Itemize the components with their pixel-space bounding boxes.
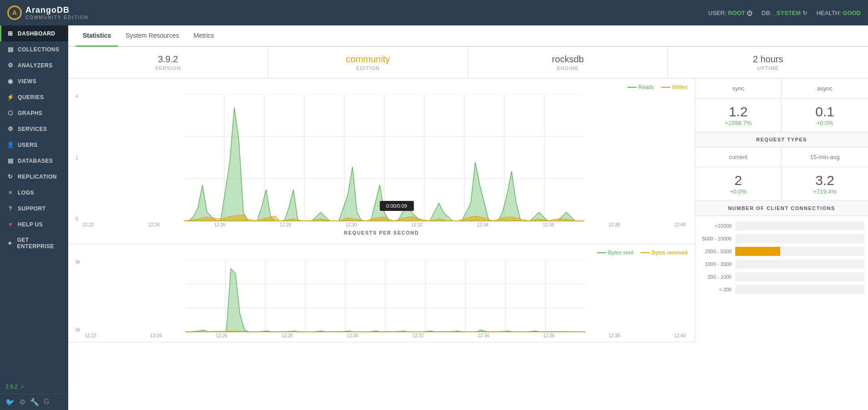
tab-metrics[interactable]: Metrics xyxy=(186,25,221,47)
writes-label: Writes xyxy=(672,84,687,90)
tab-statistics[interactable]: Statistics xyxy=(75,25,118,47)
sidebar-bottom-icons: 🐦 ⚙ 🔧 G xyxy=(0,394,68,410)
settings-icon[interactable]: ⚙ xyxy=(19,398,25,406)
bytes-received-dot xyxy=(641,252,650,253)
y2-label-8k: 8k xyxy=(75,260,80,265)
version-cell: 3.9.2 VERSION xyxy=(68,47,268,78)
databases-icon: ▤ xyxy=(7,157,14,164)
bar-row-lt200: < 200 xyxy=(699,285,864,294)
health-value: GOOD xyxy=(843,10,861,16)
sidebar-item-analyzers[interactable]: ⚙ ANALYZERS xyxy=(0,57,68,73)
x-label-9: 12:40 xyxy=(674,222,686,227)
sidebar-item-support[interactable]: ? SUPPORT xyxy=(0,200,68,216)
tab-system-resources[interactable]: System Resources xyxy=(118,25,186,47)
writes-dot xyxy=(661,87,670,88)
y-label-4: 4 xyxy=(75,94,78,99)
db-label: DB: xyxy=(762,10,772,16)
sidebar-label-helpus: HELP US xyxy=(18,221,43,228)
tx-label-7: 12:36 xyxy=(543,333,555,338)
bytes-sent-label: Bytes sent xyxy=(608,250,633,256)
traffic-svg xyxy=(83,260,687,332)
stats-section: sync async 1.2 +1098.7% 0.1 +0 xyxy=(695,79,868,342)
bar-fill-2000 xyxy=(735,247,780,256)
sync-change: +1098.7% xyxy=(702,120,774,126)
bar-track-1000 xyxy=(735,260,864,269)
bar-label-lt200: < 200 xyxy=(699,287,735,292)
power-icon[interactable]: ⏻ xyxy=(747,10,753,16)
sidebar-item-collections[interactable]: ▤ COLLECTIONS xyxy=(0,41,68,57)
graphs-icon: ⬡ xyxy=(7,110,14,116)
async-value: 0.1 xyxy=(789,104,861,120)
bytes-received-legend: Bytes received xyxy=(641,250,687,256)
db-value[interactable]: _SYSTEM xyxy=(773,10,801,16)
tools-icon[interactable]: 🔧 xyxy=(30,398,39,406)
two-col-layout: Reads Writes 4 2 0 xyxy=(68,79,868,342)
twitter-icon[interactable]: 🐦 xyxy=(5,398,15,406)
requests-chart-wrapper: 4 2 0 xyxy=(75,94,687,227)
user-label: USER: xyxy=(708,10,727,16)
sidebar-item-dashboard[interactable]: ⊞ DASHBOARD xyxy=(0,25,68,41)
analyzers-icon: ⚙ xyxy=(7,62,14,69)
bar-row-5000-10000: 5000 - 10000 xyxy=(699,234,864,243)
db-info: DB: _SYSTEM ↻ xyxy=(762,10,808,16)
sidebar-label-graphs: GRAPHS xyxy=(18,110,42,116)
sidebar-item-users[interactable]: 👤 USERS xyxy=(0,137,68,153)
version-checkmark: ✓ xyxy=(20,384,25,390)
engine-label: ENGINE xyxy=(476,65,661,71)
sidebar-item-graphs[interactable]: ⬡ GRAPHS xyxy=(0,105,68,121)
services-icon: ⚙ xyxy=(7,125,14,132)
bar-label-2000-5000: 2000 - 5000 xyxy=(699,249,735,254)
sidebar-label-views: VIEWS xyxy=(18,78,36,85)
main-content: Statistics System Resources Metrics 3.9.… xyxy=(68,25,868,410)
reads-dot xyxy=(627,87,637,88)
sidebar-item-databases[interactable]: ▤ DATABASES xyxy=(0,153,68,169)
sync-label: sync xyxy=(702,85,774,92)
uptime-label: UPTIME xyxy=(675,65,861,71)
sidebar-item-logs[interactable]: ≡ LOGS xyxy=(0,185,68,200)
x-label-7: 12:36 xyxy=(543,222,554,227)
bar-label-5000-10000: 5000 - 10000 xyxy=(699,236,735,241)
reads-legend: Reads xyxy=(627,84,654,90)
x-label-6: 12:34 xyxy=(477,222,488,227)
edition-display: community xyxy=(276,54,461,65)
x-label-4: 12:30 xyxy=(346,222,357,227)
sidebar-item-services[interactable]: ⚙ SERVICES xyxy=(0,121,68,137)
bar-label-1000-2000: 1000 - 2000 xyxy=(699,261,735,267)
bar-row-200-1000: 200 - 1000 xyxy=(699,272,864,281)
user-value[interactable]: ROOT xyxy=(728,10,745,16)
traffic-chart-container: Bytes sent Bytes received 8k 6k xyxy=(68,244,695,342)
sidebar-label-logs: LOGS xyxy=(18,190,34,196)
users-icon: 👤 xyxy=(7,141,14,148)
traffic-legend: Bytes sent Bytes received xyxy=(75,250,687,256)
layout: ⊞ DASHBOARD ▤ COLLECTIONS ⚙ ANALYZERS ◉ … xyxy=(0,25,868,410)
requests-chart-title: REQUESTS PER SECOND xyxy=(75,227,687,240)
sync-value: 1.2 xyxy=(702,104,774,120)
bar-track-lt200 xyxy=(735,285,864,294)
sidebar-item-helpus[interactable]: ♥ HELP US xyxy=(0,216,68,232)
bar-row-2000-5000: 2000 - 5000 xyxy=(699,247,864,256)
sidebar-item-queries[interactable]: ⚡ QUERIES xyxy=(0,89,68,105)
x-label-1: 12:24 xyxy=(148,222,160,227)
bar-row-10000: >10000 xyxy=(699,221,864,230)
logo-text: ArangoDB COMMUNITY EDITION xyxy=(25,5,89,20)
sidebar-label-dashboard: DASHBOARD xyxy=(18,30,55,37)
bar-chart-container: >10000 5000 - 10000 2000 - xyxy=(695,216,868,303)
logs-icon: ≡ xyxy=(7,189,14,196)
enterprise-icon: ✦ xyxy=(7,240,13,247)
y2-label-6k: 6k xyxy=(75,327,80,332)
sidebar-item-views[interactable]: ◉ VIEWS xyxy=(0,73,68,89)
sidebar: ⊞ DASHBOARD ▤ COLLECTIONS ⚙ ANALYZERS ◉ … xyxy=(0,25,68,410)
sidebar-item-enterprise[interactable]: ✦ GET ENTERPRISE xyxy=(0,232,68,254)
sidebar-item-replication[interactable]: ↻ REPLICATION xyxy=(0,169,68,185)
google-icon[interactable]: G xyxy=(44,398,49,406)
refresh-icon[interactable]: ↻ xyxy=(803,10,808,16)
traffic-chart-wrapper: 8k 6k xyxy=(75,260,687,338)
info-row: 3.9.2 VERSION community EDITION rocksdb … xyxy=(68,47,868,79)
sidebar-label-queries: QUERIES xyxy=(18,94,44,100)
topbar-right: USER: ROOT ⏻ DB: _SYSTEM ↻ HEALTH: GOOD xyxy=(708,10,861,16)
x-label-0: 12:22 xyxy=(83,222,94,227)
bytes-sent-legend: Bytes sent xyxy=(597,250,633,256)
async-label: async xyxy=(789,85,861,92)
support-icon: ? xyxy=(7,205,14,212)
avg-value: 3.2 xyxy=(789,173,861,188)
